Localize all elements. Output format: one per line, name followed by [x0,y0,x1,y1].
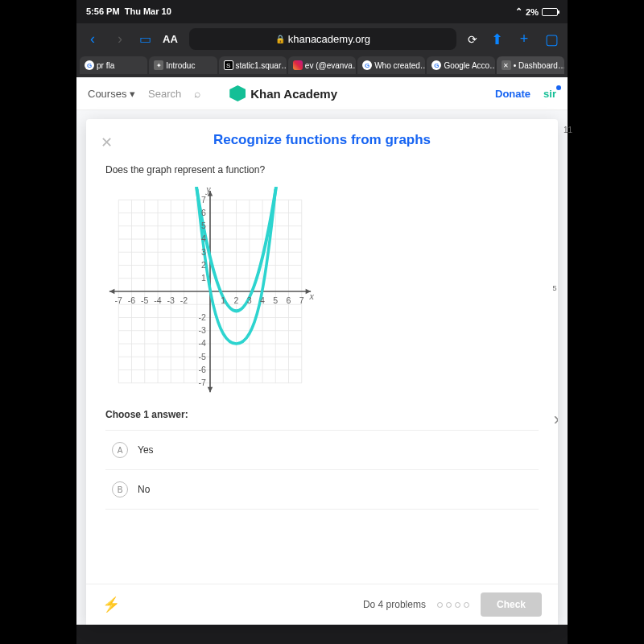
tab-6[interactable]: ✕• Dashboard… [497,56,564,74]
svg-text:7: 7 [299,295,304,305]
svg-text:-6: -6 [128,295,136,305]
graph: x y -7-6-5-4-3-2 1234567 7654321 -2-3-4-… [105,187,315,396]
tabs-icon[interactable]: ▢ [543,31,559,48]
do-problems-label: Do 4 problems [363,599,426,610]
answer-letter-a: A [112,442,128,458]
answer-letter-b: B [112,481,128,497]
wifi-icon: ⌃ [515,6,522,17]
answer-option-b[interactable]: B No [105,469,539,510]
svg-text:-4: -4 [154,295,162,305]
graph-svg: x y -7-6-5-4-3-2 1234567 7654321 -2-3-4-… [105,187,315,396]
ka-logo-mark [229,85,246,101]
svg-text:-7: -7 [199,378,207,387]
close-icon[interactable]: ✕ [101,134,113,151]
svg-text:5: 5 [273,295,278,305]
energy-icon: ⚡ [102,596,120,613]
battery-percent: 2% [526,7,539,17]
tab-strip: Gpr fla ✦Introduc Sstatic1.squar… ev (@e… [76,55,568,77]
answer-option-a[interactable]: A Yes [105,430,539,470]
tab-4[interactable]: GWho created… [357,56,425,74]
svg-text:x: x [309,291,315,302]
side-badge: 5 [545,280,558,296]
svg-text:y: y [204,187,211,195]
svg-text:5: 5 [201,221,206,230]
bookmarks-icon[interactable]: ▭ [139,31,151,47]
chevron-right-icon[interactable]: › [554,409,558,430]
svg-text:2: 2 [201,260,206,270]
svg-text:-2: -2 [180,295,188,305]
answer-text-b: No [138,484,150,495]
svg-text:-3: -3 [167,295,175,305]
safari-toolbar: ‹ › ▭ AA 🔒 khanacademy.org ⟳ ⬆ + ▢ [76,23,568,55]
svg-text:-6: -6 [199,365,207,374]
tab-1[interactable]: ✦Introduc [149,56,217,74]
back-button[interactable]: ‹ [85,31,101,47]
svg-marker-33 [208,387,213,393]
tab-5[interactable]: GGoogle Acco… [427,56,494,74]
streak-count: 11 [564,126,572,134]
svg-text:-4: -4 [199,338,207,348]
search-link[interactable]: Search [148,88,181,100]
svg-text:-7: -7 [115,295,123,305]
svg-text:4: 4 [201,233,206,243]
search-icon[interactable]: ⌕ [194,87,200,100]
choose-label: Choose 1 answer: [105,409,539,420]
progress-dots [437,602,469,608]
svg-text:-3: -3 [199,325,207,335]
reload-icon[interactable]: ⟳ [468,33,477,46]
svg-text:-2: -2 [199,312,207,322]
page-content: Courses ▾ Search ⌕ Khan Academy Donate s… [76,77,568,625]
text-size-button[interactable]: AA [163,33,178,45]
lock-icon: 🔒 [275,35,285,43]
svg-text:6: 6 [287,295,291,305]
battery-icon [542,8,558,16]
svg-text:4: 4 [260,295,265,305]
svg-text:-5: -5 [199,352,207,361]
exercise-modal: ✕ Recognize functions from graphs Does t… [86,119,558,625]
ka-logo-text: Khan Academy [250,87,337,101]
new-tab-icon[interactable]: + [516,31,532,47]
svg-text:-5: -5 [141,295,149,305]
svg-text:3: 3 [201,247,206,257]
courses-dropdown[interactable]: Courses ▾ [88,88,135,100]
ka-logo[interactable]: Khan Academy [229,85,337,101]
svg-text:1: 1 [201,273,206,283]
svg-text:7: 7 [201,195,206,204]
tab-3[interactable]: ev (@evanva… [288,56,356,74]
address-bar[interactable]: 🔒 khanacademy.org [189,28,456,50]
status-bar: 5:56 PM Thu Mar 10 ⌃ 2% [76,0,568,23]
status-time: 5:56 PM [86,6,120,16]
svg-text:1: 1 [221,295,225,305]
exercise-footer: ⚡ Do 4 problems Check [86,584,558,625]
donate-link[interactable]: Donate [495,88,530,100]
check-button[interactable]: Check [481,592,542,617]
question-text: Does the graph represent a function? [105,164,539,175]
svg-text:6: 6 [201,208,206,217]
svg-text:3: 3 [247,295,252,305]
exercise-title: Recognize functions from graphs [105,132,539,148]
tab-2[interactable]: Sstatic1.squar… [219,56,287,74]
url-text: khanacademy.org [288,33,370,45]
svg-marker-31 [109,289,115,295]
status-date: Thu Mar 10 [125,6,171,16]
forward-button[interactable]: › [112,31,128,47]
answer-text-a: Yes [138,444,154,456]
share-icon[interactable]: ⬆ [489,31,505,48]
user-menu[interactable]: sir [543,88,556,100]
tab-0[interactable]: Gpr fla [80,56,147,74]
ka-header: Courses ▾ Search ⌕ Khan Academy Donate s… [76,77,568,110]
svg-text:2: 2 [234,295,239,305]
